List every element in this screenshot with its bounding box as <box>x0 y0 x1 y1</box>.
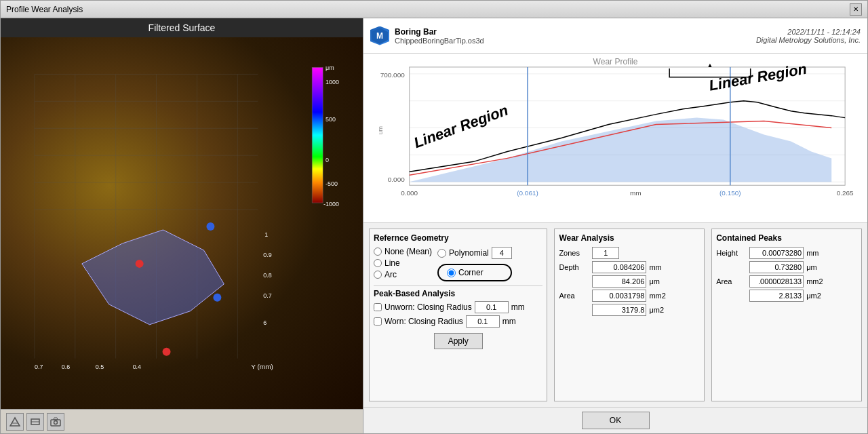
svg-text:0.5: 0.5 <box>96 363 104 370</box>
unworn-label: Unworn: Closing Radius <box>384 302 472 312</box>
surface-title: Filtered Surface <box>1 18 363 37</box>
worn-radius-input[interactable] <box>466 315 500 328</box>
svg-point-39 <box>54 420 58 424</box>
svg-text:0.9: 0.9 <box>263 252 271 258</box>
surface-grid-svg: Y (mm) 0.7 0.6 0.5 0.4 1 0.9 0.8 0.7 6 <box>1 37 363 409</box>
height-value2-input <box>749 261 804 273</box>
contained-title: Contained Peaks <box>716 233 857 243</box>
terrain-view-button[interactable] <box>6 413 24 431</box>
height-row1: Height mm <box>716 247 857 259</box>
polynomial-value-input[interactable] <box>492 247 512 259</box>
svg-text:-1000: -1000 <box>323 201 339 208</box>
svg-text:(0.150): (0.150) <box>719 189 741 197</box>
contained-area-unit2: μm2 <box>806 292 823 300</box>
apply-button[interactable]: Apply <box>434 333 483 349</box>
file-type: Boring Bar <box>395 27 484 37</box>
height-unit2: μm <box>806 263 823 271</box>
depth-value2-input <box>592 275 646 288</box>
chart-title: Wear Profile <box>593 57 638 66</box>
radio-none: None (Mean) <box>374 247 432 256</box>
area-row1: Area mm2 <box>559 290 700 302</box>
unworn-radius-input[interactable] <box>475 301 509 313</box>
svg-text:-500: -500 <box>326 180 338 187</box>
company: Digital Metrology Solutions, Inc. <box>756 36 861 44</box>
radio-none-input[interactable] <box>374 248 382 256</box>
right-panel: M Boring Bar ChippedBoringBarTip.os3d 20… <box>363 18 867 433</box>
unworn-row: Unworn: Closing Radius mm <box>374 301 542 313</box>
file-name: ChippedBoringBarTip.os3d <box>395 37 484 45</box>
contained-area-unit1: mm2 <box>806 277 823 285</box>
corner-ellipse: Corner <box>437 264 512 281</box>
camera-button[interactable] <box>47 413 64 431</box>
peak-based-section: Peak-Based Analysis Unworn: Closing Radi… <box>374 285 542 349</box>
radio-arc: Arc <box>374 270 432 279</box>
peak-title: Peak-Based Analysis <box>374 289 542 298</box>
area-unit2: μm2 <box>649 306 666 314</box>
ref-left-col: None (Mean) Line Arc <box>374 247 432 281</box>
zones-value-input[interactable] <box>592 247 619 259</box>
ok-button[interactable]: OK <box>582 412 650 429</box>
radio-corner-input[interactable] <box>447 269 456 277</box>
app-icon: M <box>370 26 389 45</box>
svg-text:0.4: 0.4 <box>133 363 141 370</box>
svg-text:1000: 1000 <box>326 79 339 85</box>
svg-text:0.7: 0.7 <box>263 292 271 299</box>
bottom-section: Refernce Geometry None (Mean) Line <box>363 223 867 433</box>
svg-text:700.000: 700.000 <box>380 71 405 79</box>
svg-text:0.8: 0.8 <box>263 272 271 279</box>
worn-label: Worn: Closing Radius <box>384 317 463 326</box>
svg-text:0: 0 <box>326 157 329 163</box>
radio-arc-label: Arc <box>384 270 397 279</box>
radio-polynomial-input[interactable] <box>437 249 446 258</box>
svg-text:M: M <box>376 31 383 41</box>
polynomial-row: Polynomial <box>437 247 512 259</box>
area-value2-input <box>592 304 646 316</box>
depth-row2: μm <box>559 275 700 288</box>
unworn-checkbox[interactable] <box>374 303 382 311</box>
svg-text:▲: ▲ <box>707 62 713 68</box>
height-row2: μm <box>716 261 857 273</box>
depth-unit2: μm <box>649 277 666 285</box>
chart-area: Wear Profile 700.000 0.000 um <box>363 54 867 223</box>
area-row2: μm2 <box>559 304 700 316</box>
area-value1-input <box>592 290 646 302</box>
svg-text:0.265: 0.265 <box>837 189 854 197</box>
worn-checkbox[interactable] <box>374 317 382 326</box>
svg-marker-40 <box>54 418 58 420</box>
svg-marker-12 <box>82 230 224 325</box>
wear-analysis-panel: Wear Analysis Zones Depth mm <box>554 229 705 401</box>
svg-text:um: um <box>377 126 384 134</box>
title-bar: Profile Wear Analysis ✕ <box>1 1 867 18</box>
svg-point-15 <box>213 294 221 302</box>
radio-arc-input[interactable] <box>374 271 382 279</box>
zones-label: Zones <box>559 249 589 257</box>
svg-point-13 <box>136 260 144 268</box>
height-label: Height <box>716 249 747 257</box>
ok-row: OK <box>363 407 867 433</box>
svg-text:0.000: 0.000 <box>388 176 405 183</box>
depth-label: Depth <box>559 263 589 271</box>
ref-geom-cols: None (Mean) Line Arc <box>374 247 542 281</box>
corner-label: Corner <box>458 268 484 277</box>
contained-area-value1-input <box>749 275 804 288</box>
contained-area-row1: Area mm2 <box>716 275 857 288</box>
svg-point-14 <box>206 222 214 231</box>
window-title: Profile Wear Analysis <box>6 5 83 14</box>
3d-viewport: Y (mm) 0.7 0.6 0.5 0.4 1 0.9 0.8 0.7 6 <box>1 37 363 409</box>
depth-value1-input <box>592 261 646 273</box>
svg-text:6: 6 <box>263 319 267 326</box>
area-unit1: mm2 <box>649 292 666 300</box>
radio-line-label: Line <box>384 258 400 268</box>
main-window: Profile Wear Analysis ✕ Filtered Surface <box>0 0 868 434</box>
worn-unit: mm <box>502 317 516 326</box>
svg-text:500: 500 <box>326 116 336 123</box>
unworn-unit: mm <box>511 302 525 312</box>
radio-line-input[interactable] <box>374 259 382 267</box>
left-toolbar <box>1 409 363 433</box>
close-button[interactable]: ✕ <box>850 3 862 16</box>
svg-marker-34 <box>10 418 20 426</box>
svg-text:0.6: 0.6 <box>62 363 70 370</box>
timestamp: 2022/11/11 - 12:14:24 <box>756 28 861 36</box>
surface-view-button[interactable] <box>26 413 44 431</box>
ref-geom-title: Refernce Geometry <box>374 233 542 243</box>
